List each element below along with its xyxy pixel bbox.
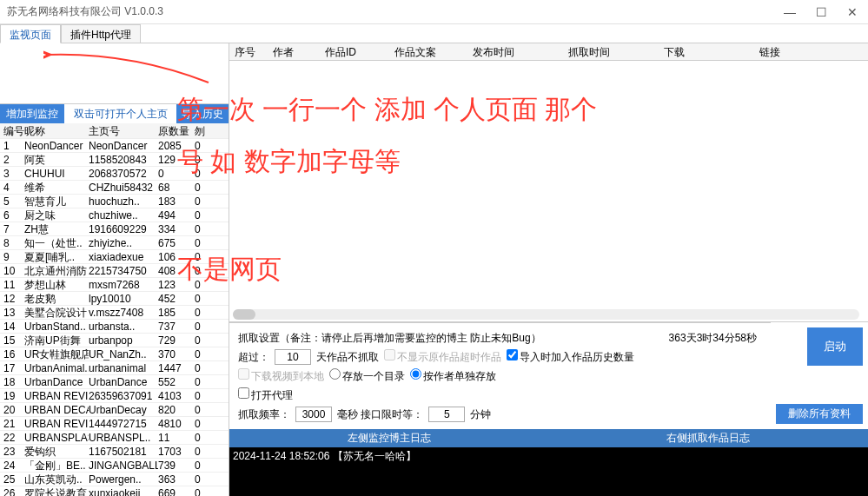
rcol-link: 链接 xyxy=(754,43,868,60)
rcol-wid: 作品ID xyxy=(320,43,389,60)
table-row[interactable]: 20URBAN DECAYUrbanDecay8200 xyxy=(0,403,229,417)
start-button[interactable]: 启动 xyxy=(807,327,863,366)
table-row[interactable]: 12老皮鹅lpy100104520 xyxy=(0,292,229,306)
tab-monitor[interactable]: 监视页面 xyxy=(0,24,61,43)
horizontal-scrollbar[interactable] xyxy=(233,309,859,320)
annotation-text-3: 不是网页 xyxy=(177,252,282,288)
table-row[interactable]: 8知一（处世..zhiyizhe..6750 xyxy=(0,236,229,250)
limit-input[interactable] xyxy=(428,407,465,422)
col-nick: 昵称 xyxy=(24,123,89,138)
tab-http-proxy[interactable]: 插件Http代理 xyxy=(61,24,141,43)
exceed-suffix: 天作品不抓取 xyxy=(316,350,379,365)
annotation-text-1: 第一次 一行一个 添加 个人页面 那个 xyxy=(177,92,597,128)
open-proxy-checkbox[interactable] xyxy=(238,387,249,399)
table-row[interactable]: 24「金刚」BE..JINGANGBALL7390 xyxy=(0,459,229,473)
window-controls: — ☐ ✕ xyxy=(774,0,868,24)
settings-panel: 抓取设置（备注：请停止后再增加需要监控的博主 防止未知Bug） 363天3时34… xyxy=(229,322,771,429)
rcol-copy: 作品文案 xyxy=(389,43,467,60)
freq-input[interactable] xyxy=(295,407,332,422)
download-local-checkbox xyxy=(238,368,249,380)
left-grid-body[interactable]: 1NeonDancerNeonDancer208502阿英11585208431… xyxy=(0,139,229,496)
log-section: 左侧监控博主日志 右侧抓取作品日志 2024-11-24 18:52:06 【苏… xyxy=(229,429,868,496)
import-history-checkbox[interactable] xyxy=(507,349,518,360)
table-row[interactable]: 26罗院长说教育xunxiaokeji6690 xyxy=(0,486,229,496)
main-tabs: 监视页面 插件Http代理 xyxy=(0,24,868,43)
table-row[interactable]: 5智慧育儿huochuzh..1830 xyxy=(0,195,229,208)
col-idx: 编号 xyxy=(0,123,24,138)
right-log-title: 右侧抓取作品日志 xyxy=(549,429,869,447)
table-row[interactable]: 21URBAN REVI..144497271548100 xyxy=(0,417,229,431)
right-grid-body: 第一次 一行一个 添加 个人页面 那个 号 如 数字加字母等 不是网页 xyxy=(229,61,868,321)
table-row[interactable]: 18UrbanDanceUrbanDance5520 xyxy=(0,375,229,389)
right-grid-header: 序号 作者 作品ID 作品文案 发布时间 抓取时间 下载 链接 xyxy=(229,43,868,61)
table-row[interactable]: 25山东英凯动..Powergen..3630 xyxy=(0,473,229,486)
limit-unit: 分钟 xyxy=(470,407,491,422)
table-row[interactable]: 16UR女鞋旗舰店UR_NanZh..3700 xyxy=(0,347,229,361)
app-title: 苏无名网络科技有限公司 V1.0.0.3 xyxy=(7,4,163,19)
rcol-pub: 发布时间 xyxy=(467,43,563,60)
exceed-label: 超过： xyxy=(238,350,269,365)
save-one-dir-radio[interactable] xyxy=(329,368,341,380)
table-row[interactable]: 7ZH慧19166092293340 xyxy=(0,222,229,236)
table-row[interactable]: 13美墅合院设计v.mszz74081850 xyxy=(0,306,229,320)
settings-title: 抓取设置（备注：请停止后再增加需要监控的博主 防止未知Bug） xyxy=(238,331,541,346)
rcol-dl: 下载 xyxy=(659,43,754,60)
left-log-title: 左侧监控博主日志 xyxy=(229,429,549,447)
delete-all-button[interactable]: 删除所有资料 xyxy=(776,404,863,424)
exceed-days-input[interactable] xyxy=(275,349,311,365)
close-button[interactable]: ✕ xyxy=(837,0,868,24)
title-bar: 苏无名网络科技有限公司 V1.0.0.3 — ☐ ✕ xyxy=(0,0,868,24)
right-log-panel[interactable] xyxy=(549,447,869,496)
annotation-text-2: 号 如 数字加字母等 xyxy=(177,144,401,180)
table-row[interactable]: 14UrbanStand..urbansta..7370 xyxy=(0,320,229,334)
right-panel: 序号 作者 作品ID 作品文案 发布时间 抓取时间 下载 链接 第一次 一行一个… xyxy=(229,43,868,496)
countdown-timer: 363天3时34分58秒 xyxy=(669,331,757,346)
open-homepage-hint[interactable]: 双击可打开个人主页 xyxy=(64,104,176,123)
table-row[interactable]: 15济南UP街舞urbanpop7290 xyxy=(0,334,229,347)
save-author-dir-radio[interactable] xyxy=(410,368,421,380)
minimize-button[interactable]: — xyxy=(774,0,805,24)
rcol-author: 作者 xyxy=(268,43,320,60)
no-show-timeout-checkbox xyxy=(384,349,395,360)
table-row[interactable]: 17UrbanAnimal..urbananimal14470 xyxy=(0,361,229,375)
table-row[interactable]: 23爱钩织116750218117030 xyxy=(0,445,229,459)
table-row[interactable]: 4维希CHZhui58432680 xyxy=(0,181,229,195)
freq-unit: 毫秒 接口限时等： xyxy=(337,407,423,422)
maximize-button[interactable]: ☐ xyxy=(805,0,837,24)
freq-label: 抓取频率： xyxy=(238,407,290,422)
add-monitor-button[interactable]: 增加到监控 xyxy=(0,104,64,123)
table-row[interactable]: 6厨之味chuzhiwe..4940 xyxy=(0,208,229,222)
rcol-crawl: 抓取时间 xyxy=(563,43,659,60)
rcol-idx: 序号 xyxy=(229,43,268,60)
col-home: 主页号 xyxy=(89,123,158,138)
table-row[interactable]: 22URBANSPLASHcURBANSPL..110 xyxy=(0,431,229,445)
left-log-panel[interactable]: 2024-11-24 18:52:06 【苏无名一哈哈】 xyxy=(229,447,549,496)
table-row[interactable]: 19URBAN REVI..2635963709141030 xyxy=(0,389,229,403)
